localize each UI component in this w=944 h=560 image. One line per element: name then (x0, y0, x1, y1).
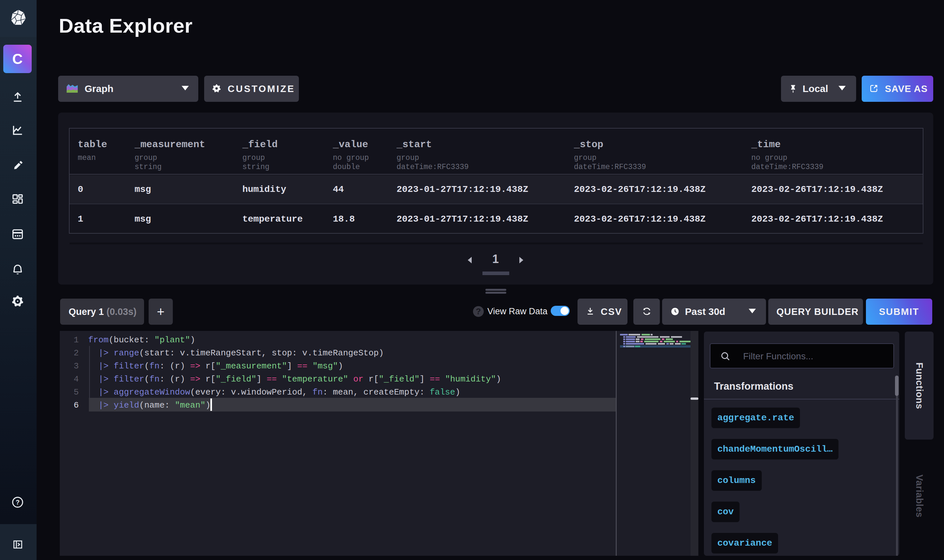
svg-text:?: ? (16, 498, 20, 506)
